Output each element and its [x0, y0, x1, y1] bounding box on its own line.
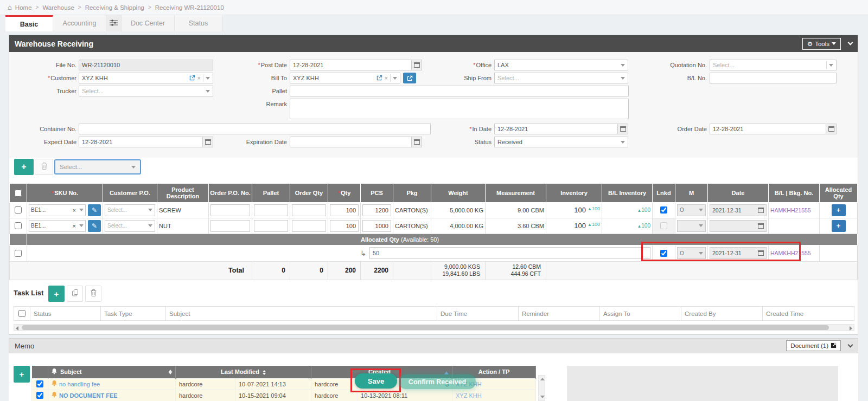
alloc-bl-bkg-link[interactable]: HAMKHH21555 — [770, 250, 811, 256]
breadcrumb-home[interactable]: Home — [15, 4, 32, 11]
clear-icon[interactable]: × — [73, 207, 76, 214]
trucker-select[interactable]: Select... — [79, 86, 213, 96]
warehouse-receiving-page: ⌂ Home > Warehouse > Receiving & Shippin… — [0, 0, 868, 401]
clear-icon[interactable]: × — [385, 75, 388, 81]
col-memo-last-modified[interactable]: Last Modified — [176, 366, 311, 378]
add-allocation-button[interactable]: + — [832, 220, 846, 232]
bill-to-open-button[interactable] — [403, 73, 416, 83]
memo-checkbox[interactable] — [36, 380, 43, 387]
expiration-date-input[interactable] — [290, 137, 411, 147]
order-qty-input[interactable] — [292, 220, 326, 232]
pallet-input[interactable] — [254, 204, 288, 216]
calendar-button[interactable] — [202, 137, 213, 147]
pcs-input[interactable] — [362, 204, 391, 216]
sku-select[interactable]: BE1...× — [29, 204, 86, 216]
alloc-m-select[interactable]: O — [677, 247, 706, 259]
clear-icon[interactable]: × — [197, 75, 201, 81]
scroll-up-icon[interactable] — [540, 378, 545, 380]
save-button[interactable]: Save — [355, 373, 397, 389]
expect-date-input[interactable] — [79, 137, 202, 147]
scrollbar-thumb[interactable] — [22, 325, 829, 330]
customer-po-select[interactable]: Select... — [105, 220, 155, 232]
caret-down-icon — [148, 209, 152, 211]
row-checkbox[interactable] — [15, 222, 22, 229]
home-icon[interactable]: ⌂ — [8, 3, 12, 11]
add-allocation-button[interactable]: + — [832, 204, 846, 216]
collapse-chevron-icon[interactable] — [848, 40, 853, 46]
container-no-input[interactable] — [79, 124, 431, 134]
memo-collapse-chevron-icon[interactable] — [848, 342, 853, 347]
confirm-received-button[interactable]: Confirm Received — [399, 374, 476, 389]
alloc-date-field[interactable]: 2021-12-31 — [710, 247, 767, 259]
edit-sku-button[interactable]: ✎ — [88, 204, 101, 216]
tab-doc-center[interactable]: Doc Center — [122, 15, 175, 31]
sku-select[interactable]: BE1...× — [29, 220, 86, 232]
scroll-right-icon[interactable] — [850, 326, 852, 331]
alloc-lnkd-checkbox[interactable] — [660, 250, 667, 257]
calendar-button[interactable] — [826, 124, 837, 134]
status-select[interactable]: Received — [494, 137, 628, 147]
allocated-qty-input[interactable] — [369, 247, 650, 259]
bill-to-select[interactable]: XYZ KHH × — [290, 73, 400, 83]
item-template-select[interactable]: Select... — [54, 159, 141, 174]
bl-no-input[interactable] — [710, 73, 837, 83]
memo-action-tp-link[interactable]: XYZ KHH — [456, 392, 482, 399]
pallet-input[interactable] — [290, 86, 629, 96]
breadcrumb-warehouse[interactable]: Warehouse — [42, 4, 74, 11]
allocation-checkbox[interactable] — [15, 250, 22, 257]
scroll-left-icon[interactable] — [16, 326, 18, 331]
tab-settings-sliders[interactable] — [106, 15, 122, 31]
bl-bkg-link[interactable]: HAMKHH21555 — [770, 207, 811, 214]
delete-task-button[interactable] — [85, 286, 101, 302]
in-date-input[interactable] — [494, 124, 617, 134]
calendar-icon — [205, 139, 211, 145]
quotation-no-select[interactable]: Select... — [710, 60, 837, 70]
add-item-button[interactable]: + — [14, 159, 34, 175]
edit-sku-button[interactable]: ✎ — [88, 220, 101, 232]
pallet-input[interactable] — [254, 220, 288, 232]
open-record-icon[interactable] — [376, 75, 382, 82]
remark-textarea[interactable] — [290, 99, 629, 119]
customer-select[interactable]: XYZ KHH × — [79, 73, 213, 83]
tab-accounting[interactable]: Accounting — [53, 15, 106, 31]
tools-button[interactable]: ⚙ Tools — [802, 38, 841, 50]
order-po-input[interactable] — [210, 204, 250, 216]
memo-checkbox[interactable] — [36, 392, 43, 399]
item-row-2: BE1...×✎ Select... NUT CARTON(S) 4,000.0… — [10, 218, 858, 234]
tab-status[interactable]: Status — [175, 15, 222, 31]
memo-subject-link[interactable]: NO DOCUMENT FEE — [59, 392, 118, 399]
total-order-qty: 0 — [290, 261, 328, 280]
m-select[interactable]: O — [677, 204, 706, 216]
order-qty-input[interactable] — [292, 204, 326, 216]
open-record-icon[interactable] — [189, 75, 195, 82]
horizontal-scrollbar[interactable] — [14, 324, 854, 331]
row-date-field[interactable]: 2021-12-31 — [710, 204, 767, 216]
memo-vertical-scrollbar[interactable] — [538, 375, 545, 401]
trash-icon — [41, 163, 47, 171]
delete-item-button[interactable] — [35, 159, 53, 175]
add-task-button[interactable]: + — [48, 286, 65, 302]
copy-task-button[interactable] — [67, 286, 83, 302]
clear-icon[interactable]: × — [73, 223, 76, 229]
order-date-input[interactable] — [710, 124, 826, 134]
lnkd-checkbox[interactable] — [660, 206, 667, 214]
customer-label: *Customer — [14, 73, 76, 83]
scroll-down-icon[interactable] — [540, 396, 545, 398]
tab-basic[interactable]: Basic — [5, 15, 53, 31]
breadcrumb-receiving-shipping[interactable]: Receiving & Shipping — [85, 4, 144, 11]
select-all-checkbox[interactable] — [15, 190, 22, 197]
row-checkbox[interactable] — [15, 206, 22, 214]
order-po-input[interactable] — [210, 220, 250, 232]
memo-subject-link[interactable]: no handling fee — [59, 381, 100, 387]
add-memo-button[interactable]: + — [14, 366, 30, 383]
tab-bar: Basic Accounting Doc Center Status — [5, 15, 222, 31]
customer-po-select[interactable]: Select... — [105, 204, 155, 216]
col-memo-subject[interactable]: Subject — [48, 366, 176, 378]
qty-input[interactable] — [330, 204, 359, 216]
document-button[interactable]: Document (1) — [786, 340, 841, 351]
pcs-input[interactable] — [362, 220, 391, 232]
allocated-qty-subheader: Allocated Qty (Available: 50) — [10, 234, 858, 245]
task-select-all-checkbox[interactable] — [18, 310, 25, 317]
qty-input[interactable] — [330, 220, 359, 232]
post-date-input[interactable] — [290, 60, 411, 70]
